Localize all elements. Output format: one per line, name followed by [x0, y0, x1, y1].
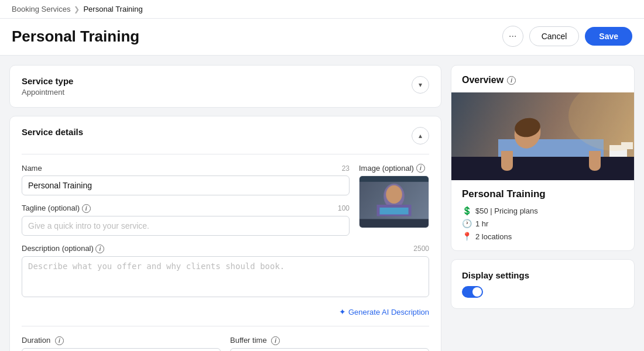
- image-label-row: Image (optional) i: [359, 164, 429, 173]
- duration-label-row: Duration i: [22, 336, 221, 345]
- display-settings-toggle[interactable]: [462, 286, 483, 298]
- buffer-column: Buffer time i None 5 minutes 10 minutes …: [230, 336, 429, 351]
- header-actions: ··· Cancel Save: [502, 26, 632, 47]
- tagline-field-group: Tagline (optional) i 100: [22, 204, 350, 236]
- section-divider-2: [22, 326, 429, 326]
- name-counter: 23: [342, 164, 350, 173]
- image-column: Image (optional) i: [359, 164, 429, 228]
- buffer-select[interactable]: None 5 minutes 10 minutes 15 minutes 30 …: [230, 348, 429, 351]
- top-nav: Booking Services ❯ Personal Training: [0, 0, 644, 19]
- name-image-row: Name 23 Tagline (optional) i 100: [22, 164, 429, 244]
- image-label: Image (optional): [359, 164, 414, 173]
- generate-ai-row: ✦ Generate AI Description: [22, 307, 429, 316]
- duration-buffer-row: Duration i 30 minutes 1 hour 1.5 hours 2…: [22, 336, 429, 351]
- name-field-group: Name 23: [22, 164, 350, 195]
- overview-locations-item: 📍 2 locations: [462, 232, 624, 241]
- display-settings-card: Display settings: [451, 259, 635, 309]
- buffer-info-icon[interactable]: i: [271, 336, 280, 345]
- section-divider-1: [22, 154, 429, 154]
- duration-column: Duration i 30 minutes 1 hour 1.5 hours 2…: [22, 336, 221, 351]
- breadcrumb-parent[interactable]: Booking Services: [12, 5, 70, 13]
- page-header: Personal Training ··· Cancel Save: [0, 19, 644, 56]
- buffer-select-wrapper: None 5 minutes 10 minutes 15 minutes 30 …: [230, 348, 429, 351]
- pin-icon: 📍: [462, 232, 472, 241]
- duration-select[interactable]: 30 minutes 1 hour 1.5 hours 2 hours: [22, 348, 221, 351]
- service-details-header: Service details ▴: [22, 127, 429, 144]
- service-details-title: Service details: [22, 127, 83, 137]
- name-input[interactable]: [22, 176, 350, 195]
- tagline-label: Tagline (optional) i: [22, 204, 91, 213]
- main-layout: Service type Appointment ▾ Service detai…: [0, 56, 644, 351]
- service-type-collapse-btn[interactable]: ▾: [412, 76, 429, 94]
- description-info-icon[interactable]: i: [95, 245, 104, 253]
- generate-ai-button[interactable]: ✦ Generate AI Description: [339, 307, 429, 316]
- service-type-card: Service type Appointment ▾: [9, 65, 441, 108]
- buffer-label-row: Buffer time i: [230, 336, 429, 345]
- toggle-row: [462, 286, 624, 298]
- service-details-card: Service details ▴ Name 23: [9, 116, 441, 351]
- overview-hero-image: [451, 92, 634, 180]
- description-textarea[interactable]: [22, 256, 429, 297]
- overview-body: Personal Training 💲 $50 | Pricing plans …: [451, 180, 634, 250]
- tagline-input[interactable]: [22, 216, 350, 236]
- breadcrumb-chevron: ❯: [74, 5, 80, 13]
- generate-ai-label: Generate AI Description: [348, 308, 429, 316]
- cancel-button[interactable]: Cancel: [529, 26, 580, 46]
- right-column: Overview i Personal Training 💲 $50 | Pri…: [451, 56, 644, 351]
- service-type-info: Service type Appointment: [22, 76, 73, 97]
- service-details-collapse-btn[interactable]: ▴: [412, 127, 429, 144]
- service-type-header: Service type Appointment ▾: [22, 76, 429, 97]
- overview-duration: 1 hr: [475, 219, 488, 228]
- save-button[interactable]: Save: [585, 27, 632, 46]
- price-icon: 💲: [462, 206, 472, 215]
- overview-info-icon[interactable]: i: [507, 76, 516, 85]
- overview-duration-item: 🕐 1 hr: [462, 219, 624, 228]
- service-details-collapse-icon: ▴: [419, 132, 422, 140]
- duration-label: Duration i: [22, 336, 64, 345]
- description-field-group: Description (optional) i 2500: [22, 244, 429, 299]
- description-label: Description (optional) i: [22, 244, 104, 253]
- overview-meta: 💲 $50 | Pricing plans 🕐 1 hr 📍 2 locatio…: [462, 206, 624, 241]
- overview-header: Overview i: [451, 66, 634, 92]
- overview-card: Overview i Personal Training 💲 $50 | Pri…: [451, 65, 635, 251]
- tagline-info-icon[interactable]: i: [82, 204, 91, 213]
- description-label-row: Description (optional) i 2500: [22, 244, 429, 253]
- image-thumbnail[interactable]: [359, 176, 429, 228]
- description-counter: 2500: [413, 245, 429, 253]
- left-column: Service type Appointment ▾ Service detai…: [0, 56, 451, 351]
- overview-locations: 2 locations: [475, 232, 512, 241]
- buffer-label: Buffer time i: [230, 336, 280, 345]
- ai-sparkle-icon: ✦: [339, 307, 346, 316]
- service-type-collapse-icon: ▾: [419, 81, 422, 89]
- tagline-counter: 100: [338, 204, 350, 212]
- display-settings-title: Display settings: [462, 270, 624, 280]
- more-button[interactable]: ···: [502, 26, 523, 47]
- overview-price-item: 💲 $50 | Pricing plans: [462, 206, 624, 215]
- service-type-subtitle: Appointment: [22, 88, 73, 97]
- image-info-icon[interactable]: i: [416, 164, 425, 173]
- duration-info-icon[interactable]: i: [55, 336, 64, 345]
- name-label-row: Name 23: [22, 164, 350, 173]
- overview-title: Overview: [462, 75, 503, 85]
- duration-select-wrapper: 30 minutes 1 hour 1.5 hours 2 hours ▾: [22, 348, 221, 351]
- page-title: Personal Training: [12, 27, 139, 46]
- breadcrumb-current: Personal Training: [83, 5, 142, 13]
- name-column: Name 23 Tagline (optional) i 100: [22, 164, 350, 244]
- overview-price: $50 | Pricing plans: [475, 207, 538, 215]
- name-label: Name: [22, 164, 42, 173]
- clock-icon: 🕐: [462, 219, 472, 228]
- tagline-label-row: Tagline (optional) i 100: [22, 204, 350, 213]
- overview-service-name: Personal Training: [462, 188, 624, 200]
- service-type-title: Service type: [22, 76, 73, 86]
